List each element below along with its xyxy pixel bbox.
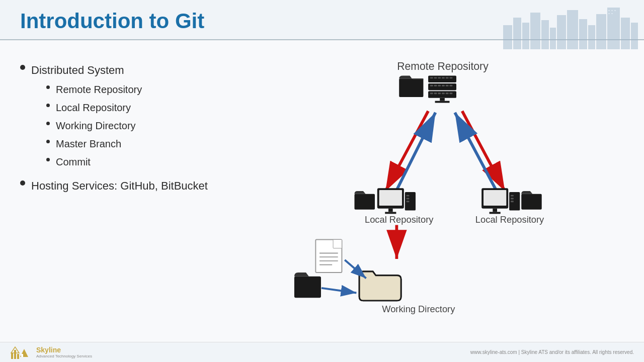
svg-rect-34 [428,91,456,98]
sub-list-distributed: Remote Repository Local Repository Worki… [46,80,142,171]
local1-repo-label: Local Repository [365,214,434,225]
logo-subtitle: Advanced Technology Services [36,354,92,358]
svg-rect-13 [631,23,638,49]
svg-rect-66 [333,239,342,248]
svg-rect-64 [521,194,542,210]
distributed-system-label: Distributed System [31,64,124,76]
svg-rect-9 [588,25,595,49]
footer-copyright: www.skyline-ats.com | Skyline ATS and/or… [470,349,634,355]
skyline-logo: Skyline Advanced Technology Services [10,345,92,360]
svg-rect-33 [450,85,453,86]
sub-item-remote-repo: Remote Repository [46,80,142,99]
working-dir-open-folder [359,272,401,301]
pull-arrow-left [396,113,435,190]
svg-rect-4 [541,20,549,49]
svg-rect-26 [450,77,453,78]
local1-computer-icon [377,188,416,214]
svg-rect-53 [407,195,410,197]
svg-rect-24 [442,77,445,78]
svg-rect-73 [14,350,16,359]
hosting-services-label: Hosting Services: GitHub, BitBucket [31,176,208,196]
pull-arrow-right [455,113,496,190]
slide-header: Introduction to Git [0,0,644,40]
svg-rect-18 [611,13,613,14]
svg-rect-57 [484,190,506,206]
svg-rect-16 [614,10,616,11]
svg-rect-58 [493,209,497,212]
bullet-panel: Distributed System Remote Repository Loc… [20,55,262,327]
svg-rect-17 [608,13,610,14]
sub-dot-1 [46,85,50,89]
svg-rect-50 [388,209,393,212]
svg-rect-77 [21,354,23,357]
svg-rect-38 [442,93,445,94]
bullet-dot-1 [20,65,25,70]
remote-repo-label: Remote Repository [397,60,489,72]
svg-rect-32 [446,85,449,86]
svg-rect-21 [430,77,433,78]
svg-rect-54 [407,198,410,200]
svg-rect-14 [608,10,610,11]
svg-rect-63 [511,201,514,202]
svg-rect-10 [596,14,606,49]
svg-rect-72 [11,353,13,359]
svg-rect-25 [446,77,449,78]
document-icon [315,239,342,273]
svg-rect-47 [355,194,375,210]
local-to-working-arrow [321,288,356,293]
diagram-panel: Remote Repository [262,55,624,327]
slide-title: Introduction to Git [20,9,204,33]
slide-content: Distributed System Remote Repository Loc… [0,40,644,337]
working-dir-label: Working Directory [382,304,455,314]
main-list: Distributed System Remote Repository Loc… [20,60,262,196]
bullet-hosting: Hosting Services: GitHub, BitBucket [20,176,262,196]
svg-rect-42 [435,101,450,103]
remote-server-icon [428,76,456,103]
sub-dot-5 [46,158,50,161]
local2-repo-label: Local Repository [475,214,544,225]
svg-rect-61 [511,195,514,197]
skyline-decoration [503,0,644,49]
svg-rect-1 [513,18,521,49]
local1-folder-icon [355,191,375,210]
doc-to-folder-arrow [345,260,366,279]
sub-dot-2 [46,104,50,107]
svg-rect-20 [428,76,456,83]
svg-rect-8 [579,19,587,49]
svg-rect-55 [407,201,410,202]
bullet-distributed: Distributed System Remote Repository Loc… [20,60,262,171]
remote-folder-icon [399,76,423,97]
svg-rect-12 [621,18,630,49]
git-diagram: Remote Repository [262,55,624,327]
logo-name: Skyline [36,346,92,354]
svg-rect-6 [557,15,566,49]
svg-rect-2 [522,23,529,49]
svg-rect-19 [399,78,423,97]
svg-rect-74 [17,354,19,359]
svg-rect-37 [438,93,441,94]
slide-footer: Skyline Advanced Technology Services www… [0,342,644,362]
svg-rect-28 [430,85,433,86]
sub-item-working-dir: Working Directory [46,117,142,135]
svg-rect-35 [430,93,433,94]
skyline-logo-icon [10,345,32,360]
svg-rect-30 [438,85,441,86]
push-arrow-left [385,111,428,191]
svg-rect-49 [379,190,402,206]
svg-rect-31 [442,85,445,86]
svg-rect-0 [503,25,512,49]
bullet-dot-2 [20,180,25,186]
svg-rect-62 [511,198,514,200]
sub-item-commit: Commit [46,153,142,171]
local2-folder-icon [521,191,542,210]
svg-rect-39 [446,93,449,94]
svg-rect-29 [434,85,437,86]
svg-rect-23 [438,77,441,78]
svg-rect-41 [440,98,445,101]
sub-dot-3 [46,122,50,125]
svg-rect-40 [450,93,453,94]
svg-rect-36 [434,93,437,94]
svg-rect-27 [428,83,456,90]
sub-item-master-branch: Master Branch [46,135,142,153]
working-dir-local-folder [294,273,321,298]
